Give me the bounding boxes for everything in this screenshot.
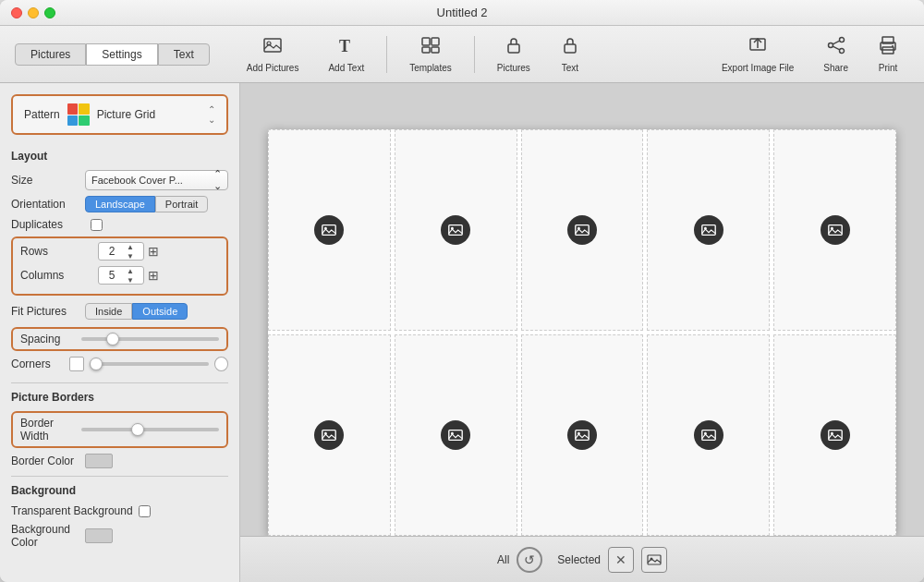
svg-rect-22 [449,225,462,236]
svg-point-12 [828,43,833,48]
pattern-chevron-icon: ⌃⌄ [208,104,215,125]
pictures-lock-button[interactable]: Pictures [486,31,541,77]
rows-input[interactable]: 2 ▲ ▼ [98,242,144,261]
svg-rect-38 [828,430,841,441]
canvas-cell-6[interactable] [268,334,391,536]
size-row: Size Facebook Cover P... ⌃⌄ [11,170,228,190]
window-title: Untitled 2 [437,6,488,19]
minimize-button[interactable] [28,7,39,18]
cols-input[interactable]: 5 ▲ ▼ [98,266,144,285]
canvas-cell-3[interactable] [521,129,644,331]
templates-button[interactable]: Templates [398,31,463,77]
templates-label: Templates [409,63,452,73]
svg-rect-32 [449,430,462,441]
svg-rect-20 [322,225,335,236]
cols-stepper[interactable]: ▲ ▼ [125,267,136,284]
share-label: Share [823,63,848,73]
transparent-bg-checkbox[interactable] [139,505,151,517]
canvas-cell-2[interactable] [395,129,517,331]
pattern-selector[interactable]: Pattern Picture Grid ⌃⌄ [11,94,228,135]
main-window: Untitled 2 Pictures Settings Text Add Pi… [0,0,924,582]
add-photo-icon-5 [821,215,850,245]
rows-grid-icon[interactable]: ⊞ [148,244,159,259]
add-text-icon: T [336,35,357,60]
svg-rect-6 [432,47,439,53]
corner-round-icon [214,357,228,371]
canvas-grid [268,129,896,536]
border-width-slider[interactable] [81,428,219,431]
svg-rect-24 [576,225,589,236]
landscape-button[interactable]: Landscape [85,196,155,212]
size-label: Size [11,174,85,187]
spacing-label: Spacing [20,333,76,346]
add-photo-icon-10 [821,420,850,450]
tab-pictures[interactable]: Pictures [15,43,86,66]
tab-settings[interactable]: Settings [86,43,157,66]
selected-label: Selected [557,553,601,566]
add-photo-icon-7 [441,420,470,450]
add-pictures-icon [262,35,283,60]
divider-2 [11,476,228,477]
svg-line-15 [833,46,839,50]
rows-label: Rows [20,245,94,258]
rows-up-icon[interactable]: ▲ [125,243,136,252]
spacing-slider[interactable] [81,337,219,341]
cols-down-icon[interactable]: ▼ [125,276,136,285]
tab-text[interactable]: Text [158,43,210,66]
canvas-cell-9[interactable] [647,334,770,536]
corners-slider[interactable] [90,362,209,366]
add-photo-icon-8 [567,420,597,450]
maximize-button[interactable] [44,7,55,18]
add-photo-icon-6 [314,420,344,450]
close-button[interactable] [11,7,22,18]
border-width-label: Border Width [20,417,76,443]
canvas-cell-1[interactable] [268,129,391,331]
bg-color-row: Background Color [11,523,228,549]
corners-row: Corners [11,357,228,371]
export-icon [748,35,768,60]
image-selected-button[interactable] [641,547,667,573]
orientation-label: Orientation [11,198,85,211]
add-photo-icon-2 [441,215,470,245]
cols-up-icon[interactable]: ▲ [125,267,136,276]
canvas-cell-5[interactable] [773,129,896,331]
size-select[interactable]: Facebook Cover P... ⌃⌄ [85,170,228,190]
duplicates-label: Duplicates [11,218,85,231]
add-text-button[interactable]: T Add Text [317,31,375,77]
add-text-label: Add Text [328,63,364,73]
add-pictures-label: Add Pictures [247,63,299,73]
fit-outside-button[interactable]: Outside [132,303,188,320]
canvas-cell-4[interactable] [647,129,770,331]
border-color-swatch[interactable] [85,454,113,468]
svg-rect-4 [432,38,439,45]
add-photo-icon-3 [567,215,597,245]
bottom-bar: All ↺ Selected ✕ [240,536,924,582]
size-chevron-icon: ⌃⌄ [213,168,222,192]
svg-rect-26 [702,225,715,236]
svg-line-14 [833,41,839,44]
sidebar: Pattern Picture Grid ⌃⌄ Layout Size Face [0,83,240,582]
portrait-button[interactable]: Portrait [155,196,208,212]
text-lock-button[interactable]: Text [549,31,591,77]
rows-stepper[interactable]: ▲ ▼ [125,243,136,260]
bg-color-swatch[interactable] [85,528,113,543]
corners-label: Corners [11,358,64,370]
refresh-all-button[interactable]: ↺ [517,547,542,573]
pattern-label: Pattern [24,108,60,121]
canvas-cell-8[interactable] [521,334,644,536]
svg-point-11 [839,38,844,42]
print-button[interactable]: Print [867,31,909,77]
rows-down-icon[interactable]: ▼ [125,252,136,261]
share-button[interactable]: Share [812,31,859,77]
export-button[interactable]: Export Image File [711,31,805,77]
add-pictures-button[interactable]: Add Pictures [236,31,310,77]
cols-grid-icon[interactable]: ⊞ [148,268,159,283]
duplicates-checkbox[interactable] [91,219,103,231]
fit-inside-button[interactable]: Inside [85,303,132,320]
svg-rect-0 [264,39,281,52]
canvas-cell-10[interactable] [773,334,896,536]
delete-selected-button[interactable]: ✕ [608,547,634,573]
toolbar: Pictures Settings Text Add Pictures T Ad… [0,26,924,83]
canvas-cell-7[interactable] [395,334,517,536]
print-label: Print [879,63,898,73]
